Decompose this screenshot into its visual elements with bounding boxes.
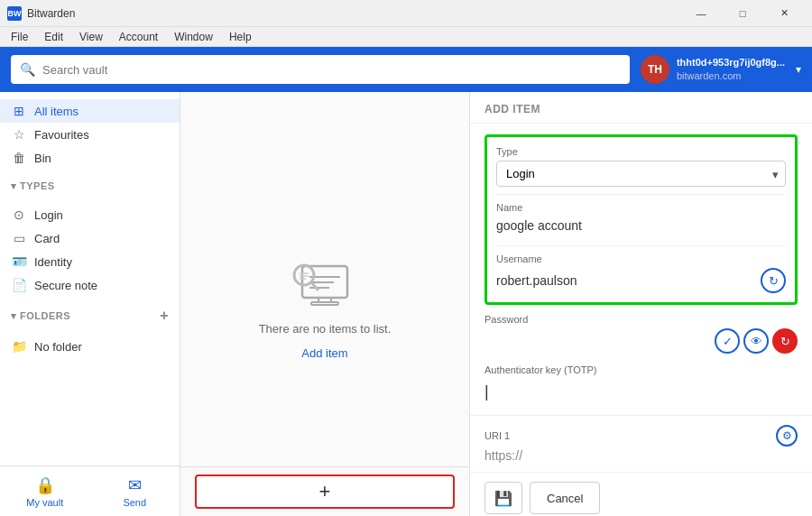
send-icon: ✉ — [128, 475, 142, 495]
main-layout: ⊞ All items ☆ Favourites 🗑 Bin ▾ TYPES ⊙… — [0, 92, 812, 516]
identity-icon: 🪪 — [11, 254, 27, 269]
name-label: Name — [496, 202, 786, 213]
save-icon: 💾 — [494, 490, 512, 507]
menu-window[interactable]: Window — [167, 29, 220, 45]
password-check-button[interactable]: ✓ — [715, 328, 740, 354]
sidebar-folders-section: 📁 No folder — [0, 327, 180, 365]
menu-file[interactable]: File — [4, 29, 35, 45]
password-label: Password — [484, 314, 798, 325]
uri-field-label: URI 1 — [484, 430, 510, 441]
sidebar-label-bin: Bin — [34, 152, 51, 165]
username-value[interactable]: robert.paulson — [496, 273, 755, 288]
sidebar-label-login: Login — [34, 208, 63, 222]
uri-section: URI 1 ⚙ https:// — [470, 415, 812, 472]
type-select[interactable]: Login Card Identity Secure note — [496, 161, 786, 187]
login-icon: ⊙ — [11, 207, 27, 222]
password-field: Password ✓ 👁 ↻ — [484, 314, 798, 354]
sidebar-item-favourites[interactable]: ☆ Favourites — [0, 123, 180, 146]
divider-1 — [496, 194, 786, 195]
right-panel: ADD ITEM Type Login Card Identity Secure… — [469, 92, 812, 516]
search-input[interactable] — [42, 63, 621, 77]
nav-send-label: Send — [123, 497, 146, 508]
sidebar-item-no-folder[interactable]: 📁 No folder — [0, 335, 180, 358]
empty-state-illustration — [284, 248, 365, 311]
chevron-down-icon[interactable]: ▾ — [796, 63, 801, 76]
type-field: Type Login Card Identity Secure note ▾ — [496, 146, 786, 187]
name-value: google account — [496, 217, 786, 238]
sidebar-label-secure-note: Secure note — [34, 279, 97, 292]
add-item-button[interactable]: + — [195, 475, 455, 509]
window-controls: — □ ✕ — [680, 0, 805, 27]
star-icon: ☆ — [11, 127, 27, 142]
bottom-nav: 🔒 My vault ✉ Send — [0, 465, 180, 516]
sidebar-types-section: ⊙ Login ▭ Card 🪪 Identity 📄 Secure note — [0, 196, 180, 304]
app-title: Bitwarden — [27, 7, 75, 20]
name-field: Name google account — [496, 202, 786, 238]
title-bar: BW Bitwarden — □ ✕ — [0, 0, 812, 27]
username-row: robert.paulson ↻ — [496, 268, 786, 293]
username-label: Username — [496, 253, 786, 264]
totp-field: Authenticator key (TOTP) | — [484, 364, 798, 404]
save-button[interactable]: 💾 — [484, 482, 522, 514]
menu-bar: File Edit View Account Window Help — [0, 27, 812, 47]
password-refresh-button[interactable]: ↻ — [772, 328, 798, 354]
app-logo: BW — [7, 6, 22, 21]
minimize-button[interactable]: — — [680, 0, 722, 27]
sidebar-item-card[interactable]: ▭ Card — [0, 226, 180, 250]
sidebar-item-identity[interactable]: 🪪 Identity — [0, 250, 180, 273]
add-folder-button[interactable]: + — [160, 308, 169, 324]
totp-row: | — [484, 379, 798, 404]
svg-rect-2 — [311, 302, 338, 305]
empty-message: There are no items to list. — [259, 322, 392, 336]
search-bar[interactable]: 🔍 — [11, 55, 630, 84]
type-select-wrapper: Login Card Identity Secure note ▾ — [496, 161, 786, 187]
sidebar-item-secure-note[interactable]: 📄 Secure note — [0, 273, 180, 297]
sidebar: ⊞ All items ☆ Favourites 🗑 Bin ▾ TYPES ⊙… — [0, 92, 180, 516]
folder-icon: 📁 — [11, 339, 27, 354]
uri-row: URI 1 ⚙ — [484, 425, 798, 447]
password-eye-button[interactable]: 👁 — [743, 328, 769, 354]
divider-2 — [496, 245, 786, 246]
user-domain: bitwarden.com — [677, 69, 785, 83]
types-label: ▾ TYPES — [11, 180, 55, 192]
sidebar-item-login[interactable]: ⊙ Login — [0, 203, 180, 226]
empty-state: There are no items to list. Add item — [259, 248, 392, 360]
add-item-container: + — [180, 466, 469, 516]
sidebar-item-all-items[interactable]: ⊞ All items — [0, 99, 180, 123]
plus-icon: + — [319, 480, 331, 503]
card-icon: ▭ — [11, 231, 27, 245]
menu-edit[interactable]: Edit — [37, 29, 70, 45]
menu-view[interactable]: View — [72, 29, 110, 45]
uri-placeholder: https:// — [484, 447, 522, 468]
folders-section-header: ▾ FOLDERS + — [0, 304, 180, 327]
uri-label: URI 1 — [484, 430, 510, 441]
nav-my-vault[interactable]: 🔒 My vault — [0, 466, 90, 516]
close-button[interactable]: ✕ — [763, 0, 805, 27]
text-cursor-icon: | — [484, 382, 489, 401]
cancel-button[interactable]: Cancel — [530, 482, 600, 514]
title-bar-left: BW Bitwarden — [7, 6, 75, 21]
highlighted-section: Type Login Card Identity Secure note ▾ — [484, 134, 798, 305]
user-info: thht0d+953rg7ij0gf8g... bitwarden.com — [677, 56, 785, 84]
sidebar-label-all-items: All items — [34, 105, 78, 118]
trash-icon: 🗑 — [11, 151, 27, 165]
types-section-header: ▾ TYPES — [0, 177, 180, 196]
sidebar-label-identity: Identity — [34, 255, 72, 269]
nav-send[interactable]: ✉ Send — [90, 466, 180, 516]
sidebar-item-bin[interactable]: 🗑 Bin — [0, 146, 180, 170]
vault-icon: 🔒 — [35, 475, 55, 495]
uri-settings-button[interactable]: ⚙ — [776, 425, 798, 447]
menu-account[interactable]: Account — [112, 29, 165, 45]
maximize-button[interactable]: □ — [722, 0, 763, 27]
panel-header: ADD ITEM — [470, 92, 812, 124]
user-name: thht0d+953rg7ij0gf8g... — [677, 56, 785, 69]
add-item-link[interactable]: Add item — [301, 346, 347, 360]
sidebar-label-no-folder: No folder — [34, 340, 82, 354]
sidebar-label-card: Card — [34, 232, 60, 245]
type-label: Type — [496, 146, 786, 157]
menu-help[interactable]: Help — [222, 29, 259, 45]
avatar: TH — [641, 55, 669, 84]
uri-value-row: https:// — [484, 448, 798, 463]
username-refresh-button[interactable]: ↻ — [761, 268, 786, 293]
username-field: Username robert.paulson ↻ — [496, 253, 786, 293]
